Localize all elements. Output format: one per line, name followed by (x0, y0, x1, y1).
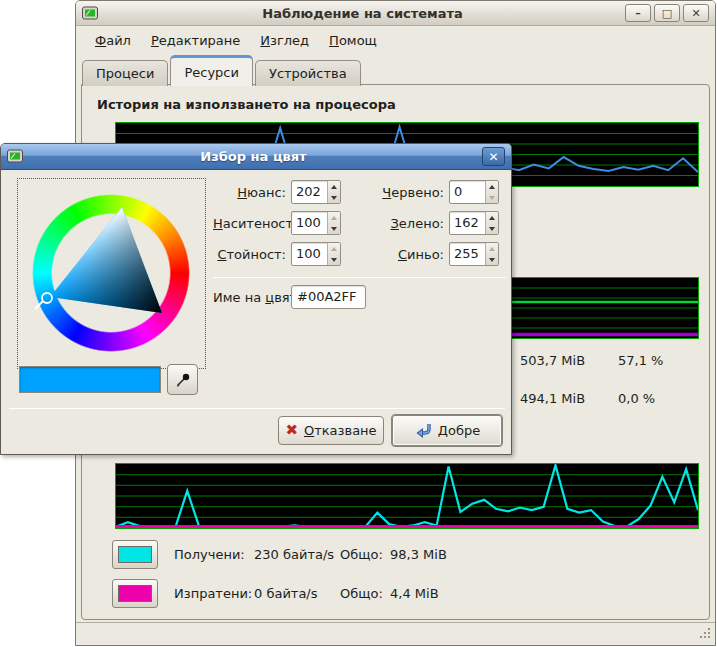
blue-value[interactable]: 255 (450, 243, 485, 265)
cancel-label: Отказване (304, 423, 377, 438)
swap-percent-value: 0,0 % (618, 391, 655, 406)
received-total-label: Общо: (340, 547, 390, 562)
green-down-button[interactable] (486, 223, 498, 234)
saturation-spinbox[interactable]: 100 (291, 211, 341, 235)
color-name-label: Име на цвят: (213, 290, 291, 305)
memory-usage-row: 503,7 MiB 57,1 % (520, 353, 663, 368)
menu-edit[interactable]: Редактиране (142, 29, 249, 52)
eyedropper-icon (175, 372, 191, 388)
eyedropper-button[interactable] (167, 364, 198, 395)
green-value[interactable]: 162 (450, 212, 485, 234)
resize-grip[interactable] (698, 628, 710, 640)
color-wheel-area (17, 178, 206, 369)
dialog-icon (7, 149, 25, 165)
cancel-button[interactable]: ✖ Отказване (278, 416, 384, 445)
saturation-label: Наситеност: (213, 216, 291, 231)
ok-label: Добре (438, 423, 480, 438)
minimize-button[interactable]: – (625, 4, 651, 22)
green-spinbox[interactable]: 162 (449, 211, 499, 235)
blue-spinbox[interactable]: 255 (449, 242, 499, 266)
green-up-button[interactable] (486, 212, 498, 223)
sent-color-button[interactable] (112, 579, 158, 608)
fields-separator (213, 277, 506, 278)
cpu-history-title: История на използването на процесора (97, 97, 396, 112)
value-spinbox[interactable]: 100 (291, 242, 341, 266)
green-label: Зелено: (367, 216, 449, 231)
red-value[interactable]: 0 (450, 181, 485, 203)
network-history-chart (115, 463, 699, 529)
menu-help[interactable]: Помощ (320, 29, 386, 52)
ok-icon (414, 422, 432, 439)
menu-file[interactable]: Файл (86, 29, 140, 52)
received-rate: 230 байта/s (254, 547, 340, 562)
close-button[interactable]: ✕ (683, 4, 709, 22)
tab-resources[interactable]: Ресурси (170, 55, 253, 86)
system-monitor-icon (82, 5, 100, 21)
sent-total-label: Общо: (340, 586, 390, 601)
color-preview (19, 366, 161, 393)
red-down-button[interactable] (486, 192, 498, 203)
color-name-row: Име на цвят: #00A2FF (213, 285, 366, 309)
received-label: Получени: (174, 547, 254, 562)
color-picker-dialog: Избор на цвят ✕ (0, 143, 512, 455)
status-bar (76, 622, 715, 645)
sent-legend-row: Изпратени: 0 байта/s Общо: 4,4 MiB (112, 578, 439, 608)
dialog-title: Избор на цвят (25, 149, 482, 164)
button-separator (9, 408, 505, 409)
window-controls: – □ ✕ (625, 4, 709, 22)
dialog-close-button[interactable]: ✕ (482, 147, 505, 166)
sent-rate: 0 байта/s (254, 586, 340, 601)
sent-total: 4,4 MiB (390, 586, 439, 601)
blue-up-button[interactable] (486, 243, 498, 254)
received-color-button[interactable] (112, 540, 158, 569)
maximize-button[interactable]: □ (654, 4, 680, 22)
color-name-input[interactable]: #00A2FF (291, 285, 366, 309)
hue-down-button[interactable] (328, 192, 340, 203)
screen: Наблюдение на системата – □ ✕ Файл Редак… (0, 0, 717, 647)
value-down-button[interactable] (328, 254, 340, 265)
received-total: 98,3 MiB (390, 547, 447, 562)
ok-button[interactable]: Добре (391, 414, 503, 447)
hsv-rgb-fields: Нюанс: 202 Червено: 0 Наситеност: 100 Зе… (213, 180, 507, 266)
menu-view[interactable]: Изглед (251, 29, 318, 52)
hue-value[interactable]: 202 (292, 181, 327, 203)
saturation-up-button[interactable] (328, 212, 340, 223)
menu-bar: Файл Редактиране Изглед Помощ (76, 27, 715, 53)
tab-strip: Процеси Ресурси Устройства (82, 53, 363, 85)
tab-processes[interactable]: Процеси (82, 60, 168, 86)
swap-size-value: 494,1 MiB (520, 391, 612, 406)
value-up-button[interactable] (328, 243, 340, 254)
dialog-titlebar[interactable]: Избор на цвят ✕ (1, 144, 511, 170)
red-spinbox[interactable]: 0 (449, 180, 499, 204)
received-color-swatch (118, 546, 152, 563)
saturation-value-triangle[interactable] (18, 179, 207, 370)
memory-size-value: 503,7 MiB (520, 353, 612, 368)
value-label: Стойност: (213, 247, 291, 262)
hue-marker (42, 293, 52, 303)
main-titlebar[interactable]: Наблюдение на системата – □ ✕ (76, 1, 715, 26)
swap-usage-row: 494,1 MiB 0,0 % (520, 391, 655, 406)
blue-down-button[interactable] (486, 254, 498, 265)
memory-percent-value: 57,1 % (618, 353, 663, 368)
saturation-down-button[interactable] (328, 223, 340, 234)
hue-spinbox[interactable]: 202 (291, 180, 341, 204)
blue-label: Синьо: (367, 247, 449, 262)
value-value[interactable]: 100 (292, 243, 327, 265)
sent-label: Изпратени: (174, 586, 254, 601)
red-up-button[interactable] (486, 181, 498, 192)
hue-marker-tick (35, 301, 43, 309)
tab-devices[interactable]: Устройства (255, 60, 361, 86)
cancel-icon: ✖ (285, 423, 298, 438)
hue-up-button[interactable] (328, 181, 340, 192)
window-title: Наблюдение на системата (100, 6, 625, 21)
hue-label: Нюанс: (213, 185, 291, 200)
received-legend-row: Получени: 230 байта/s Общо: 98,3 MiB (112, 539, 447, 569)
red-label: Червено: (367, 185, 449, 200)
saturation-value[interactable]: 100 (292, 212, 327, 234)
sent-color-swatch (118, 585, 152, 602)
